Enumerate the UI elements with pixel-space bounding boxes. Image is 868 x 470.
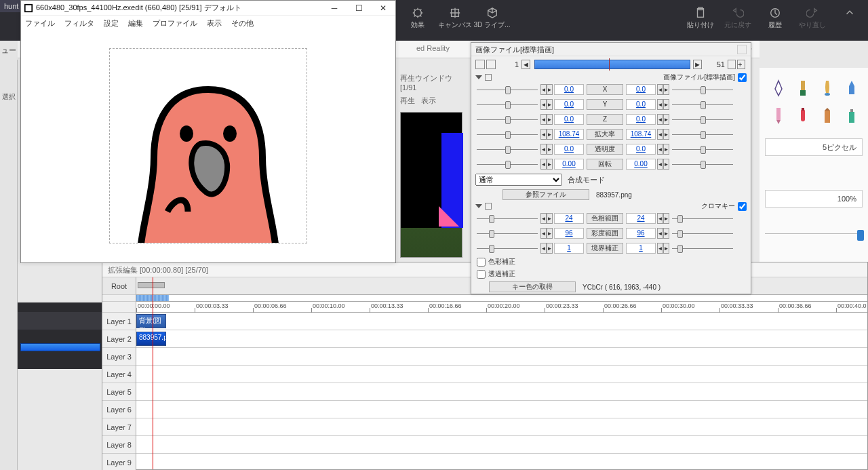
spin-right[interactable]: ◄► <box>657 159 669 170</box>
bg-tool-effect[interactable]: 効果 <box>399 4 436 33</box>
opacity-slider[interactable] <box>765 233 863 244</box>
value-right[interactable]: 1 <box>626 243 656 254</box>
clip-image[interactable]: 883957.p <box>136 332 166 346</box>
slider-right[interactable] <box>671 85 734 94</box>
titlebar[interactable]: 660x480_30fps_44100Hz.exedit (660,480) [… <box>21 1 395 16</box>
slider-right[interactable] <box>671 159 734 169</box>
bg-tool-paste[interactable]: 貼り付け <box>682 4 719 33</box>
prop-label[interactable]: 色相範囲 <box>587 213 623 224</box>
bg-tool-history[interactable]: 履歴 <box>756 4 793 33</box>
playhead[interactable] <box>153 277 153 469</box>
spin-right[interactable]: ◄► <box>657 99 669 110</box>
frame-bar[interactable] <box>534 60 690 69</box>
slider-right[interactable] <box>671 214 734 223</box>
prop-label[interactable]: 拡大率 <box>587 129 623 140</box>
value-right[interactable]: 0.0 <box>626 114 656 125</box>
menu-profile[interactable]: プロファイル <box>153 18 197 28</box>
prop-label[interactable]: 彩度範囲 <box>587 228 623 239</box>
value-left[interactable]: 0.0 <box>554 99 584 110</box>
alpha-correct-check[interactable] <box>477 270 486 279</box>
menu-file[interactable]: ファイル <box>25 18 55 28</box>
color-correct-check[interactable] <box>477 258 486 267</box>
value-left[interactable]: 0.0 <box>554 144 584 155</box>
slider-right[interactable] <box>671 115 734 124</box>
menu-edit[interactable]: 編集 <box>128 18 143 28</box>
marker-red-icon[interactable] <box>791 103 815 128</box>
brush-icon[interactable] <box>791 76 815 100</box>
chroma-box[interactable] <box>485 203 492 210</box>
value-right[interactable]: 0.0 <box>626 99 656 110</box>
time-ruler[interactable]: 00:00:00.0000:00:03.3300:00:06.6600:00:1… <box>136 302 867 313</box>
root-button[interactable]: Root <box>102 277 136 295</box>
menu-view[interactable]: 表示 <box>207 18 222 28</box>
next-frame-button[interactable]: ► <box>693 60 702 69</box>
spin-right[interactable]: ◄► <box>657 84 669 95</box>
slider-right[interactable] <box>671 130 734 139</box>
slider-right[interactable] <box>671 229 734 238</box>
layer-3[interactable]: Layer 3 <box>102 348 136 366</box>
prop-label[interactable]: X <box>587 84 623 95</box>
slider-left[interactable] <box>475 115 539 124</box>
slider-left[interactable] <box>475 85 539 94</box>
progress-bar[interactable] <box>20 343 100 351</box>
close-button[interactable]: ✕ <box>371 1 395 16</box>
menu-filter[interactable]: フィルタ <box>64 18 94 28</box>
slider-left[interactable] <box>475 159 539 169</box>
marker-blue-icon[interactable] <box>840 76 864 100</box>
spin-left[interactable]: ◄► <box>540 99 553 110</box>
spin-left[interactable]: ◄► <box>540 228 553 239</box>
bg-tool-3d[interactable]: 3D ライブ... <box>473 4 511 33</box>
slider-right[interactable] <box>671 100 734 109</box>
spin-left[interactable]: ◄► <box>540 159 553 170</box>
bg-tool-canvas[interactable]: キャンバス <box>436 4 473 33</box>
menu-other[interactable]: その他 <box>231 18 254 28</box>
prop-label[interactable]: 透明度 <box>587 144 623 155</box>
spin-left[interactable]: ◄► <box>540 84 553 95</box>
value-left[interactable]: 0.00 <box>554 159 584 170</box>
slider-left[interactable] <box>475 100 539 109</box>
layer-5[interactable]: Layer 5 <box>102 383 136 401</box>
spin-right[interactable]: ◄► <box>657 114 669 125</box>
spin-right[interactable]: ◄► <box>657 144 669 155</box>
minimize-button[interactable]: ─ <box>322 1 347 16</box>
value-right[interactable]: 108.74 <box>626 129 656 140</box>
prev-frame-button[interactable]: ◄ <box>521 60 530 69</box>
icon-align1[interactable] <box>475 60 485 69</box>
section-enable[interactable] <box>738 73 747 82</box>
layer-9[interactable]: Layer 9 <box>102 454 136 470</box>
blend-mode-select[interactable]: 通常 <box>475 174 562 186</box>
spin-right[interactable]: ◄► <box>657 213 669 224</box>
slider-right[interactable] <box>671 144 734 154</box>
layer-8[interactable]: Layer 8 <box>102 436 136 454</box>
file-ref-button[interactable]: 参照ファイル <box>502 189 589 200</box>
icon-btn-b[interactable]: + <box>737 60 745 69</box>
layer-2[interactable]: Layer 2 <box>102 330 136 348</box>
bg-expand[interactable] <box>831 4 868 33</box>
section-box[interactable] <box>485 74 492 81</box>
spin-right[interactable]: ◄► <box>657 243 669 254</box>
slider-left[interactable] <box>475 130 539 139</box>
chroma-toggle[interactable] <box>475 204 482 208</box>
spin-left[interactable]: ◄► <box>540 144 553 155</box>
icon-align2[interactable] <box>486 60 496 69</box>
spin-left[interactable]: ◄► <box>540 129 553 140</box>
menu-settings[interactable]: 設定 <box>104 18 119 28</box>
value-left[interactable]: 0.0 <box>554 114 584 125</box>
zoom-field[interactable]: 100% <box>765 190 863 208</box>
play-menu-view[interactable]: 表示 <box>421 96 436 104</box>
value-right[interactable]: 0.0 <box>626 84 656 95</box>
slider-left[interactable] <box>475 214 539 223</box>
spin-left[interactable]: ◄► <box>540 213 553 224</box>
slider-right[interactable] <box>671 243 734 253</box>
calligraphy-icon[interactable] <box>815 76 840 100</box>
value-left[interactable]: 0.0 <box>554 84 584 95</box>
value-left[interactable]: 24 <box>554 213 584 224</box>
crayon-icon[interactable] <box>815 103 840 128</box>
slider-left[interactable] <box>475 144 539 154</box>
spin-right[interactable]: ◄► <box>657 129 669 140</box>
chroma-enable[interactable] <box>738 202 747 211</box>
props-close[interactable] <box>737 45 747 54</box>
clip-bg[interactable]: 背景(図形 <box>136 314 166 328</box>
prop-label[interactable]: 回転 <box>587 159 623 170</box>
value-left[interactable]: 96 <box>554 228 584 239</box>
